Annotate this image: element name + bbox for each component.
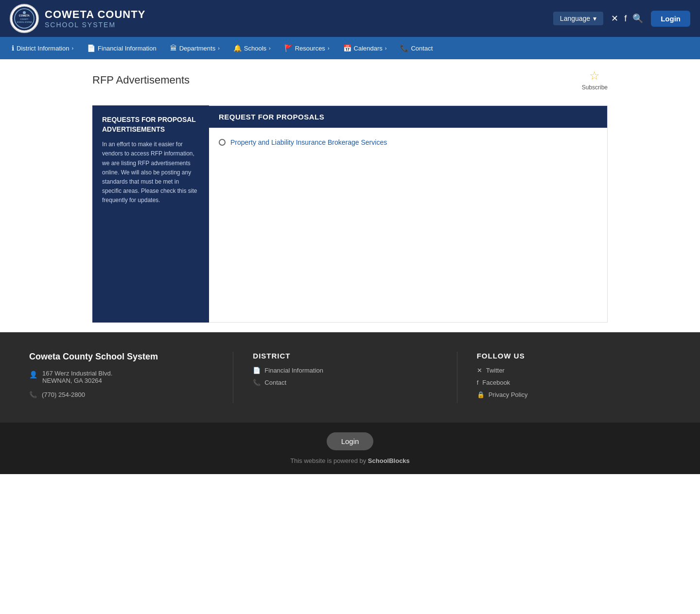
page-title: RFP Advertisements: [92, 74, 190, 86]
twitter-icon: ✕: [477, 367, 482, 374]
chevron-icon: ›: [269, 45, 271, 51]
nav-item-departments[interactable]: 🏛 Departments ›: [163, 38, 227, 58]
content-layout: REQUESTS FOR PROPOSAL ADVERTISEMENTS In …: [92, 105, 608, 323]
chevron-icon: ›: [385, 45, 387, 51]
panel-body: Property and Liability Insurance Brokera…: [209, 128, 607, 322]
footer-address-line1: 167 Werz Industrial Blvd.: [42, 370, 112, 377]
rfp-link[interactable]: Property and Liability Insurance Brokera…: [230, 137, 387, 148]
svg-text:COWETA: COWETA: [19, 14, 30, 17]
footer-main: Coweta County School System 👤 167 Werz I…: [0, 332, 700, 423]
org-subtitle: School System: [45, 21, 145, 29]
logo-image: COWETA COUNTY SCHOOL SYSTEM: [10, 4, 39, 33]
nav-item-resources[interactable]: 🚩 Resources ›: [278, 38, 336, 58]
footer-twitter-link[interactable]: ✕ Twitter: [477, 367, 671, 374]
svg-point-5: [23, 11, 26, 14]
nav-item-calendars[interactable]: 📅 Calendars ›: [336, 38, 394, 58]
facebook-icon: f: [477, 379, 479, 386]
bell-icon: 🔔: [233, 44, 242, 52]
sidebar-panel: REQUESTS FOR PROPOSAL ADVERTISEMENTS In …: [92, 105, 209, 323]
footer-financial-link[interactable]: 📄 Financial Information: [253, 367, 447, 374]
chevron-icon: ›: [218, 45, 220, 51]
footer-district-col: DISTRICT 📄 Financial Information 📞 Conta…: [233, 352, 447, 403]
footer-address: 👤 167 Werz Industrial Blvd. NEWNAN, GA 3…: [29, 370, 223, 384]
search-icon[interactable]: 🔍: [632, 13, 643, 24]
language-button[interactable]: Language ▾: [553, 12, 603, 25]
phone-icon: 📞: [29, 391, 37, 398]
doc-icon: 📄: [253, 367, 261, 374]
logo-area: COWETA COUNTY SCHOOL SYSTEM Coweta Count…: [10, 4, 145, 33]
social-icons: ✕ f 🔍: [611, 13, 643, 24]
footer-phone-number: (770) 254-2800: [42, 391, 85, 398]
footer-facebook-label: Facebook: [482, 379, 510, 386]
footer-phone: 📞 (770) 254-2800: [29, 391, 223, 398]
phone-icon: 📞: [400, 44, 408, 52]
star-icon: ☆: [589, 69, 600, 83]
footer-facebook-link[interactable]: f Facebook: [477, 379, 671, 386]
login-button[interactable]: Login: [651, 11, 690, 27]
org-name: Coweta County: [45, 8, 145, 21]
sidebar-heading: REQUESTS FOR PROPOSAL ADVERTISEMENTS: [102, 115, 199, 134]
person-icon: 👤: [29, 371, 37, 378]
nav-item-district-information[interactable]: ℹ District Information ›: [5, 38, 80, 58]
doc-icon: 📄: [87, 44, 95, 52]
main-navigation: ℹ District Information › 📄 Financial Inf…: [0, 37, 700, 59]
rfp-list-item: Property and Liability Insurance Brokera…: [219, 137, 597, 148]
footer-org-col: Coweta County School System 👤 167 Werz I…: [29, 352, 223, 403]
flag-icon: 🚩: [284, 44, 293, 52]
site-header: COWETA COUNTY SCHOOL SYSTEM Coweta Count…: [0, 0, 700, 37]
sidebar-body: In an effort to make it easier for vendo…: [102, 140, 199, 205]
footer-follow-title: FOLLOW US: [477, 352, 671, 360]
main-panel: REQUEST FOR PROPOSALS Property and Liabi…: [209, 105, 608, 323]
subscribe-button[interactable]: ☆ Subscribe: [582, 69, 608, 91]
site-footer: Coweta County School System 👤 167 Werz I…: [0, 332, 700, 474]
footer-address-line2: NEWNAN, GA 30264: [42, 377, 112, 384]
footer-powered: This website is powered by SchoolBlocks: [290, 457, 410, 464]
svg-text:SCHOOL SYSTEM: SCHOOL SYSTEM: [17, 21, 32, 23]
panel-header: REQUEST FOR PROPOSALS: [209, 106, 607, 128]
twitter-icon[interactable]: ✕: [611, 13, 618, 24]
subscribe-label: Subscribe: [582, 84, 608, 91]
nav-item-contact[interactable]: 📞 Contact: [393, 38, 439, 58]
footer-bottom: Login This website is powered by SchoolB…: [0, 423, 700, 474]
footer-contact-label: Contact: [264, 379, 286, 386]
footer-district-title: DISTRICT: [253, 352, 447, 360]
chevron-icon: ›: [71, 45, 73, 51]
chevron-down-icon: ▾: [593, 15, 596, 22]
page-content: RFP Advertisements ☆ Subscribe REQUESTS …: [83, 59, 617, 332]
page-header: RFP Advertisements ☆ Subscribe: [92, 69, 608, 96]
footer-contact-link[interactable]: 📞 Contact: [253, 379, 447, 386]
footer-org-name: Coweta County School System: [29, 352, 223, 362]
header-right: Language ▾ ✕ f 🔍 Login: [553, 11, 690, 27]
building-icon: 🏛: [170, 44, 177, 52]
svg-text:COUNTY: COUNTY: [20, 18, 29, 20]
calendar-icon: 📅: [343, 44, 351, 52]
schoolblocks-brand: SchoolBlocks: [368, 457, 410, 464]
org-name-area: Coweta County School System: [45, 8, 145, 29]
radio-indicator: [219, 139, 226, 146]
footer-financial-label: Financial Information: [264, 367, 323, 374]
footer-twitter-label: Twitter: [486, 367, 505, 374]
lock-icon: 🔒: [477, 391, 485, 398]
footer-login-button[interactable]: Login: [327, 432, 374, 450]
footer-follow-col: FOLLOW US ✕ Twitter f Facebook 🔒 Privacy…: [457, 352, 671, 403]
nav-item-schools[interactable]: 🔔 Schools ›: [227, 38, 278, 58]
info-icon: ℹ: [12, 44, 14, 52]
chevron-icon: ›: [328, 45, 330, 51]
footer-privacy-label: Privacy Policy: [489, 391, 528, 398]
facebook-icon[interactable]: f: [624, 14, 627, 24]
footer-privacy-link[interactable]: 🔒 Privacy Policy: [477, 391, 671, 398]
nav-item-financial-information[interactable]: 📄 Financial Information: [80, 38, 163, 58]
phone-icon: 📞: [253, 379, 261, 386]
